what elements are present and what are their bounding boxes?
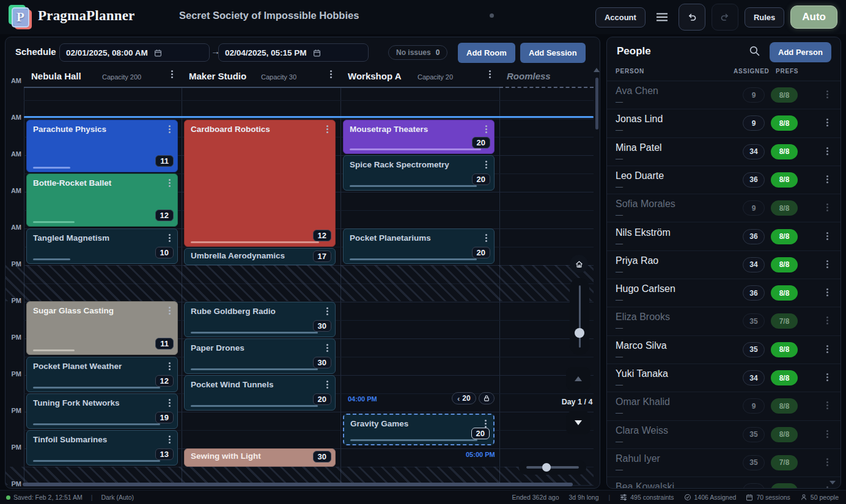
person-menu-icon[interactable]: [826, 404, 828, 406]
scroll-up-button[interactable]: [566, 367, 590, 390]
session-menu-icon[interactable]: [485, 237, 487, 239]
menu-button[interactable]: [652, 7, 672, 27]
person-row[interactable]: Yuki Tanaka—348/8: [607, 364, 840, 392]
session-menu-icon[interactable]: [169, 310, 171, 312]
person-row[interactable]: Priya Rao—348/8: [607, 251, 840, 279]
assigned-count: 35: [743, 427, 765, 442]
session-card[interactable]: Mousetrap Theaters20: [343, 120, 495, 154]
session-menu-icon[interactable]: [169, 128, 171, 130]
home-view-button[interactable]: [570, 255, 588, 273]
session-menu-icon[interactable]: [326, 310, 328, 312]
session-menu-icon[interactable]: [169, 402, 171, 404]
selected-capacity-pill[interactable]: ‹ 20: [452, 392, 476, 404]
person-menu-icon[interactable]: [826, 376, 828, 378]
person-menu-icon[interactable]: [826, 291, 828, 293]
slider-thumb[interactable]: [542, 463, 551, 472]
person-menu-icon[interactable]: [826, 178, 828, 180]
session-menu-icon[interactable]: [169, 182, 171, 184]
person-row[interactable]: Jonas Lind—98/8: [607, 109, 840, 137]
person-menu-icon[interactable]: [826, 320, 828, 321]
session-card[interactable]: Parachute Physics11: [26, 120, 178, 172]
account-button[interactable]: Account: [595, 7, 646, 27]
person-row[interactable]: Omar Khalid—98/8: [607, 392, 840, 420]
person-row[interactable]: Eliza Brooks—357/8: [607, 307, 840, 335]
session-card[interactable]: Pocket Wind Tunnels20: [184, 375, 336, 411]
session-menu-icon[interactable]: [169, 439, 171, 440]
session-menu-icon[interactable]: [169, 237, 171, 239]
person-menu-icon[interactable]: [826, 263, 828, 265]
undo-button[interactable]: [679, 4, 705, 31]
session-card[interactable]: Pocket Planetariums20: [343, 228, 495, 264]
room-menu-icon[interactable]: [330, 73, 332, 75]
session-card[interactable]: Pocket Planet Weather12: [26, 357, 178, 392]
person-menu-icon[interactable]: [826, 206, 828, 208]
session-card[interactable]: Paper Drones30: [184, 338, 336, 374]
rules-button[interactable]: Rules: [745, 7, 784, 27]
session-card[interactable]: Umbrella Aerodynamics17: [184, 248, 336, 265]
session-card[interactable]: Gravity Games20: [343, 414, 495, 445]
horizontal-scrollbar[interactable]: [23, 483, 573, 486]
auto-button[interactable]: Auto: [790, 5, 837, 29]
zoom-slider-vertical[interactable]: [570, 278, 589, 355]
person-menu-icon[interactable]: [826, 93, 828, 95]
session-card[interactable]: Bottle-Rocket Ballet12: [26, 173, 178, 227]
session-card[interactable]: Tangled Magnetism10: [26, 228, 178, 264]
person-row[interactable]: Leo Duarte—368/8: [607, 166, 840, 194]
person-row[interactable]: Rahul Iyer—357/8: [607, 449, 840, 477]
redo-button[interactable]: [712, 4, 738, 31]
unavailable-band: [6, 265, 594, 301]
session-menu-icon[interactable]: [485, 423, 487, 425]
person-row[interactable]: Marco Silva—358/8: [607, 336, 840, 364]
session-menu-icon[interactable]: [485, 128, 487, 130]
session-count-badge: 12: [313, 230, 331, 241]
person-row[interactable]: Ava Chen—98/8: [607, 81, 840, 109]
room-menu-icon[interactable]: [489, 73, 491, 75]
search-icon[interactable]: [749, 45, 760, 57]
session-card[interactable]: Tinfoil Submarines13: [26, 430, 178, 466]
person-menu-icon[interactable]: [826, 461, 828, 463]
person-row[interactable]: Sofia Morales—98/8: [607, 194, 840, 222]
add-person-button[interactable]: Add Person: [770, 42, 831, 62]
session-count-badge: 30: [313, 357, 331, 368]
person-menu-icon[interactable]: [826, 122, 828, 123]
session-menu-icon[interactable]: [326, 128, 328, 130]
session-menu-icon[interactable]: [169, 365, 171, 367]
session-card[interactable]: Sewing with Light30: [184, 448, 336, 467]
person-row[interactable]: Nils Ekström—368/8: [607, 223, 840, 251]
session-menu-icon[interactable]: [326, 347, 328, 349]
time-label: AM: [6, 187, 21, 194]
session-card[interactable]: Rube Goldberg Radio30: [184, 302, 336, 337]
session-menu-icon[interactable]: [485, 164, 487, 166]
assigned-count: 9: [743, 483, 765, 488]
person-menu-icon[interactable]: [826, 348, 828, 350]
session-progress: [191, 368, 318, 371]
schedule-panel: Schedule 02/01/2025, 08:00 AM → 02/04/20…: [5, 37, 600, 489]
room-menu-icon[interactable]: [171, 73, 173, 75]
zoom-slider-horizontal[interactable]: [519, 460, 586, 475]
session-menu-icon[interactable]: [326, 384, 328, 385]
people-panel: People Add Person PERSON ASSIGNED PREFS …: [606, 37, 841, 489]
person-row[interactable]: Bea Kowalski—97/8: [607, 477, 840, 488]
prefs-badge: 8/8: [771, 144, 798, 159]
slider-thumb[interactable]: [575, 328, 584, 338]
person-menu-icon[interactable]: [826, 433, 828, 435]
top-bar: P PragmaPlanner Secret Society of Imposs…: [0, 0, 846, 34]
session-card[interactable]: Spice Rack Spectrometry20: [343, 155, 495, 191]
lock-icon: [483, 395, 490, 402]
session-count-badge: 20: [472, 137, 490, 148]
person-row[interactable]: Hugo Carlsen—368/8: [607, 279, 840, 307]
session-card[interactable]: Sugar Glass Casting11: [26, 301, 178, 355]
scroll-down-button[interactable]: [566, 411, 590, 434]
person-menu-icon[interactable]: [826, 235, 828, 237]
person-row[interactable]: Clara Weiss—358/8: [607, 421, 840, 449]
person-row[interactable]: Mina Patel—348/8: [607, 138, 840, 166]
person-menu-icon[interactable]: [826, 150, 828, 152]
session-card[interactable]: Cardboard Robotics12: [184, 120, 336, 247]
session-card[interactable]: Tuning Fork Networks19: [26, 393, 178, 429]
vertical-scrollbar[interactable]: [595, 78, 598, 130]
assigned-count: 36: [743, 229, 765, 244]
lock-button[interactable]: [479, 392, 495, 404]
theme-toggle[interactable]: Dark (Auto): [101, 494, 134, 501]
person-name: Bea Kowalski: [616, 481, 674, 488]
scrollbar-up-arrow[interactable]: [594, 68, 600, 72]
